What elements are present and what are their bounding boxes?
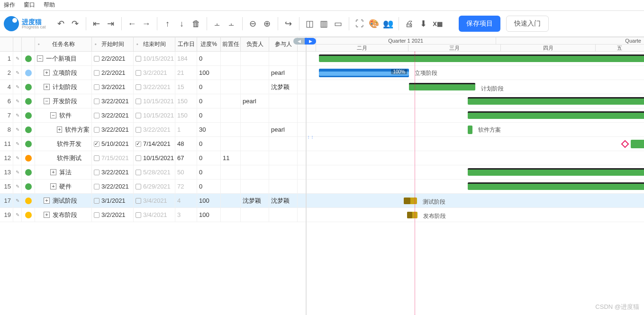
redo-icon[interactable]: ↷ bbox=[69, 16, 82, 31]
palette-icon[interactable]: 🎨 bbox=[367, 16, 381, 31]
participant-cell[interactable]: 沈梦颖 bbox=[269, 194, 298, 207]
indent-icon[interactable]: ⇥ bbox=[104, 16, 118, 31]
table-row[interactable]: 12 ✎ 软件测试 7/15/2021 10/15/2021 67 0 11 bbox=[0, 151, 306, 165]
menu-help[interactable]: 帮助 bbox=[44, 1, 55, 9]
start-cell[interactable]: 3/1/2021 bbox=[92, 194, 134, 207]
days-cell[interactable]: 21 bbox=[175, 66, 197, 80]
pred-cell[interactable] bbox=[221, 108, 241, 122]
owner-cell[interactable] bbox=[241, 137, 269, 151]
end-cell[interactable]: 10/15/2021 bbox=[134, 52, 175, 65]
table-row[interactable]: 11 ✎ 软件开发 5/10/2021 7/14/2021 48 0 bbox=[0, 137, 306, 151]
participant-cell[interactable]: pearl bbox=[269, 123, 298, 136]
progress-cell[interactable]: 0 bbox=[197, 180, 221, 193]
start-cell[interactable]: 3/22/2021 bbox=[92, 165, 134, 179]
end-cell[interactable]: 10/15/2021 bbox=[134, 108, 175, 122]
pred-cell[interactable] bbox=[221, 123, 241, 136]
gantt-bar-task[interactable]: 软件方案 bbox=[468, 126, 472, 134]
expand-icon[interactable]: − bbox=[44, 98, 50, 104]
progress-cell[interactable]: 0 bbox=[197, 80, 221, 94]
gantt-bar-summary[interactable]: 计划阶段 bbox=[409, 83, 475, 90]
days-cell[interactable]: 1 bbox=[175, 123, 197, 136]
excel-icon[interactable]: X▦ bbox=[431, 16, 444, 31]
edit-icon[interactable]: ✎ bbox=[13, 108, 22, 122]
task-name-cell[interactable]: +计划阶段 bbox=[35, 80, 92, 94]
task-name-cell[interactable]: −软件 bbox=[35, 108, 92, 122]
owner-cell[interactable] bbox=[241, 208, 269, 222]
edit-icon[interactable]: ✎ bbox=[13, 80, 22, 94]
zoom-in-icon[interactable]: ⊕ bbox=[261, 16, 274, 31]
start-cell[interactable]: 3/2/2021 bbox=[92, 208, 134, 222]
download-icon[interactable]: ⬇ bbox=[417, 16, 430, 31]
task-name-cell[interactable]: +测试阶段 bbox=[35, 194, 92, 207]
participant-cell[interactable] bbox=[269, 180, 298, 193]
edit-icon[interactable]: ✎ bbox=[13, 194, 22, 207]
col-owner[interactable]: 负责人 bbox=[241, 37, 269, 51]
table-row[interactable]: 1 ✎ −一个新项目 2/2/2021 10/15/2021 184 0 bbox=[0, 52, 306, 66]
arrow-up-icon[interactable]: ↑ bbox=[161, 16, 174, 31]
gantt-row[interactable] bbox=[307, 137, 644, 151]
arrow-left-icon[interactable]: ← bbox=[126, 16, 139, 31]
expand-icon[interactable]: + bbox=[50, 183, 56, 189]
expand-icon[interactable]: − bbox=[37, 55, 43, 62]
edit-icon[interactable]: ✎ bbox=[13, 165, 22, 179]
edit-icon[interactable]: ✎ bbox=[13, 151, 22, 165]
pred-cell[interactable] bbox=[221, 194, 241, 207]
end-cell[interactable]: 3/4/2021 bbox=[134, 208, 175, 222]
splitter-handle[interactable]: ◀▶ bbox=[293, 38, 316, 45]
progress-cell[interactable]: 100 bbox=[197, 66, 221, 80]
days-cell[interactable]: 150 bbox=[175, 108, 197, 122]
progress-cell[interactable]: 30 bbox=[197, 123, 221, 136]
edit-icon[interactable]: ✎ bbox=[13, 52, 22, 65]
owner-cell[interactable] bbox=[241, 108, 269, 122]
owner-cell[interactable] bbox=[241, 80, 269, 94]
table-row[interactable]: 8 ✎ +软件方案 3/22/2021 3/22/2021 1 30 pearl bbox=[0, 123, 306, 137]
edit-icon[interactable]: ✎ bbox=[13, 123, 22, 136]
participant-cell[interactable] bbox=[269, 151, 298, 165]
gantt-bar-task[interactable] bbox=[631, 140, 644, 148]
pred-cell[interactable] bbox=[221, 94, 241, 108]
expand-icon[interactable]: + bbox=[50, 169, 56, 175]
owner-cell[interactable]: pearl bbox=[241, 94, 269, 108]
end-cell[interactable]: 3/2/2021 bbox=[134, 66, 175, 80]
gantt-row[interactable] bbox=[307, 151, 644, 165]
fullscreen-icon[interactable]: ⛶ bbox=[353, 16, 366, 31]
owner-cell[interactable] bbox=[241, 151, 269, 165]
edit-icon[interactable]: ✎ bbox=[13, 180, 22, 193]
start-cell[interactable]: 7/15/2021 bbox=[92, 151, 134, 165]
layout2-icon[interactable]: ▥ bbox=[317, 16, 331, 31]
table-row[interactable]: 13 ✎ +算法 3/22/2021 5/28/2021 50 0 bbox=[0, 165, 306, 180]
col-days[interactable]: 工作日 bbox=[175, 37, 197, 51]
pred-cell[interactable] bbox=[221, 52, 241, 65]
quickstart-button[interactable]: 快速入门 bbox=[506, 16, 549, 32]
start-cell[interactable]: 2/2/2021 bbox=[92, 66, 134, 80]
task-name-cell[interactable]: 软件测试 bbox=[35, 151, 92, 165]
owner-cell[interactable] bbox=[241, 66, 269, 80]
participant-cell[interactable] bbox=[269, 165, 298, 179]
gantt-row[interactable]: 100%立项阶段 bbox=[307, 66, 644, 80]
end-cell[interactable]: 3/22/2021 bbox=[134, 80, 175, 94]
end-cell[interactable]: 7/14/2021 bbox=[134, 137, 175, 151]
participant-cell[interactable] bbox=[269, 52, 298, 65]
participant-cell[interactable] bbox=[269, 137, 298, 151]
owner-cell[interactable] bbox=[241, 165, 269, 179]
menu-window[interactable]: 窗口 bbox=[24, 1, 35, 9]
days-cell[interactable]: 4 bbox=[175, 194, 197, 207]
progress-cell[interactable]: 100 bbox=[197, 208, 221, 222]
gantt-row[interactable]: 测试阶段 bbox=[307, 194, 644, 208]
arrow-down-icon[interactable]: ↓ bbox=[175, 16, 189, 31]
table-row[interactable]: 2 ✎ +立项阶段 2/2/2021 3/2/2021 21 100 pearl bbox=[0, 66, 306, 80]
gantt-bar-amber[interactable]: 发布阶段 bbox=[407, 212, 417, 218]
menu-operate[interactable]: 操作 bbox=[4, 1, 15, 9]
days-cell[interactable]: 150 bbox=[175, 94, 197, 108]
align-bottom-icon[interactable]: ⫠ bbox=[225, 16, 238, 31]
owner-cell[interactable] bbox=[241, 52, 269, 65]
gantt-bar-summary[interactable] bbox=[468, 168, 644, 176]
start-cell[interactable]: 3/2/2021 bbox=[92, 80, 134, 94]
col-progress[interactable]: 进度% bbox=[197, 37, 221, 51]
pred-cell[interactable] bbox=[221, 165, 241, 179]
col-start[interactable]: ⚬开始时间 bbox=[92, 37, 134, 51]
gantt-row[interactable]: 计划阶段 bbox=[307, 80, 644, 94]
print-icon[interactable]: 🖨 bbox=[403, 16, 416, 31]
gantt-row[interactable]: 软件方案 bbox=[307, 123, 644, 137]
table-row[interactable]: 19 ✎ +发布阶段 3/2/2021 3/4/2021 3 100 bbox=[0, 208, 306, 222]
